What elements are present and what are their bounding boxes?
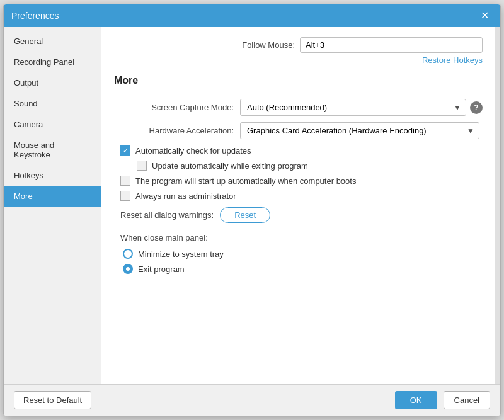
hardware-accel-label: Hardware Acceleration:: [114, 126, 234, 135]
admin-row: Always run as administrator: [120, 191, 483, 201]
auto-check-updates-checkbox[interactable]: [120, 145, 130, 156]
startup-row: The program will start up automatically …: [120, 176, 483, 186]
restore-hotkeys-row: Restore Hotkeys: [114, 55, 483, 65]
screen-capture-select[interactable]: Auto (Recommended) GDI Capture DirectX C…: [240, 99, 466, 116]
title-bar: Preferences ✕: [4, 4, 500, 27]
update-auto-label: Update automatically while exiting progr…: [152, 161, 308, 171]
when-close-title: When close main panel:: [120, 233, 483, 242]
cancel-button[interactable]: Cancel: [444, 391, 490, 409]
hardware-accel-row: Hardware Acceleration: Graphics Card Acc…: [114, 122, 483, 139]
dialog-footer: Reset to Default OK Cancel: [4, 384, 500, 416]
sidebar-item-general[interactable]: General: [4, 31, 101, 52]
dialog-title: Preferences: [11, 11, 59, 21]
reset-to-default-button[interactable]: Reset to Default: [14, 391, 91, 409]
update-auto-row: Update automatically while exiting progr…: [137, 161, 483, 171]
scrollbar[interactable]: [495, 27, 500, 384]
when-close-section: When close main panel: Minimize to syste…: [120, 233, 483, 274]
screen-capture-wrapper: Auto (Recommended) GDI Capture DirectX C…: [240, 99, 466, 116]
minimize-tray-row: Minimize to system tray: [123, 249, 483, 259]
auto-check-updates-label: Automatically check for updates: [135, 146, 251, 156]
main-content: Follow Mouse: Restore Hotkeys More Scree…: [101, 27, 495, 384]
minimize-tray-label: Minimize to system tray: [138, 249, 224, 259]
sidebar: General Recording Panel Output Sound Cam…: [4, 27, 101, 384]
restore-hotkeys-link[interactable]: Restore Hotkeys: [422, 55, 483, 65]
screen-capture-label: Screen Capture Mode:: [114, 103, 234, 112]
dialog-body: General Recording Panel Output Sound Cam…: [4, 27, 500, 384]
footer-right: OK Cancel: [395, 391, 490, 409]
exit-program-label: Exit program: [138, 264, 185, 274]
ok-button[interactable]: OK: [395, 391, 437, 409]
update-auto-checkbox[interactable]: [137, 161, 147, 171]
sidebar-item-sound[interactable]: Sound: [4, 93, 101, 114]
screen-capture-row: Screen Capture Mode: Auto (Recommended) …: [114, 99, 483, 116]
exit-program-row: Exit program: [123, 264, 483, 274]
footer-left: Reset to Default: [14, 391, 91, 409]
hardware-accel-select[interactable]: Graphics Card Acceleration (Hardware Enc…: [240, 122, 479, 139]
admin-label: Always run as administrator: [135, 191, 236, 201]
sidebar-item-recording-panel[interactable]: Recording Panel: [4, 52, 101, 72]
reset-dialog-button[interactable]: Reset: [220, 207, 270, 223]
reset-dialog-row: Reset all dialog warnings: Reset: [120, 207, 483, 223]
follow-mouse-input[interactable]: [300, 37, 483, 53]
admin-checkbox[interactable]: [120, 191, 130, 201]
reset-dialog-label: Reset all dialog warnings:: [120, 210, 214, 220]
exit-program-radio[interactable]: [123, 264, 133, 274]
sidebar-item-more[interactable]: More: [4, 186, 101, 207]
follow-mouse-label: Follow Mouse:: [242, 40, 295, 50]
hardware-accel-wrapper: Graphics Card Acceleration (Hardware Enc…: [240, 122, 479, 139]
auto-check-updates-row: Automatically check for updates: [120, 145, 483, 156]
sidebar-item-hotkeys[interactable]: Hotkeys: [4, 165, 101, 186]
minimize-tray-radio[interactable]: [123, 249, 133, 259]
preferences-dialog: Preferences ✕ General Recording Panel Ou…: [3, 4, 501, 416]
startup-label: The program will start up automatically …: [135, 176, 356, 186]
screen-capture-help-icon[interactable]: ?: [470, 101, 483, 114]
section-title: More: [114, 75, 483, 90]
startup-checkbox[interactable]: [120, 176, 130, 186]
follow-mouse-row: Follow Mouse:: [114, 37, 483, 53]
sidebar-item-mouse-keystroke[interactable]: Mouse and Keystroke: [4, 135, 101, 165]
sidebar-item-output[interactable]: Output: [4, 72, 101, 93]
close-button[interactable]: ✕: [477, 9, 493, 22]
sidebar-item-camera[interactable]: Camera: [4, 114, 101, 135]
